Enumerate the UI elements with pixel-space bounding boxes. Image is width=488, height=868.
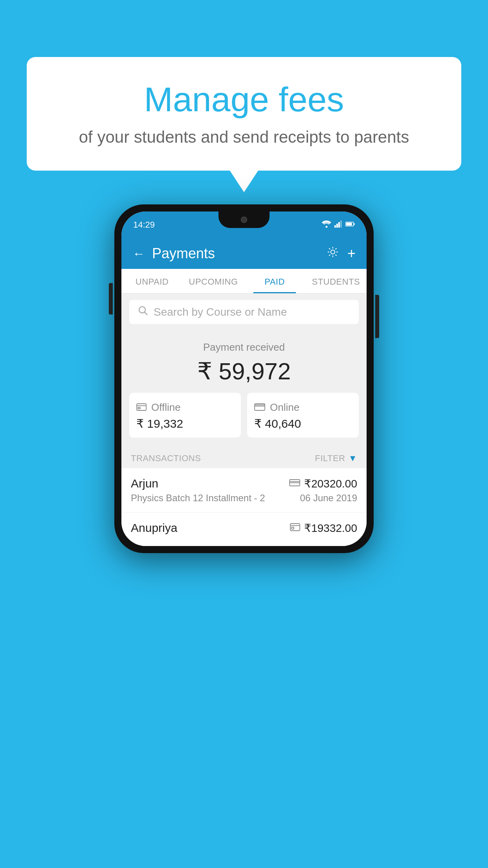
online-amount: ₹ 40,640 bbox=[254, 417, 352, 430]
filter-button[interactable]: FILTER ▼ bbox=[315, 453, 357, 463]
notch-cutout bbox=[218, 211, 270, 228]
tabs-bar: UNPAID UPCOMING PAID STUDENTS bbox=[121, 269, 367, 294]
transaction-amount: ₹20320.00 bbox=[304, 477, 357, 490]
svg-point-9 bbox=[139, 307, 145, 313]
transactions-list: Arjun ₹20320.00 bbox=[121, 468, 367, 546]
page-title: Payments bbox=[152, 245, 215, 262]
status-bar: 14:29 bbox=[121, 211, 367, 238]
svg-rect-1 bbox=[334, 225, 336, 228]
filter-label: FILTER bbox=[315, 453, 345, 463]
offline-amount: ₹ 19,332 bbox=[136, 417, 234, 430]
speech-bubble-wrapper: Manage fees of your students and send re… bbox=[27, 57, 461, 171]
speech-bubble: Manage fees of your students and send re… bbox=[27, 57, 461, 171]
transaction-course: Physics Batch 12 Installment - 2 bbox=[131, 493, 265, 504]
app-header: ← Payments + bbox=[121, 238, 367, 269]
tab-students[interactable]: STUDENTS bbox=[305, 269, 367, 293]
svg-point-8 bbox=[331, 250, 335, 254]
transaction-name: Anupriya bbox=[131, 521, 177, 535]
payment-summary: Payment received ₹ 59,972 bbox=[121, 330, 367, 447]
transaction-amount: ₹19332.00 bbox=[304, 522, 357, 535]
search-container: Search by Course or Name bbox=[121, 294, 367, 330]
online-label: Online bbox=[270, 401, 299, 414]
header-right: + bbox=[327, 245, 356, 262]
offline-card-header: Offline bbox=[136, 401, 234, 414]
svg-rect-22 bbox=[292, 527, 294, 529]
table-row[interactable]: Anupriya ₹19332.00 bbox=[121, 513, 367, 546]
transaction-row1: Arjun ₹20320.00 bbox=[131, 477, 357, 490]
transaction-row2: Physics Batch 12 Installment - 2 06 June… bbox=[131, 493, 357, 504]
transactions-header: TRANSACTIONS FILTER ▼ bbox=[121, 447, 367, 468]
card-payment-icon bbox=[289, 479, 300, 488]
transaction-amount-wrap: ₹20320.00 bbox=[289, 477, 357, 490]
offline-payment-card: Offline ₹ 19,332 bbox=[129, 393, 241, 438]
tab-upcoming[interactable]: UPCOMING bbox=[183, 269, 244, 293]
payment-received-label: Payment received bbox=[129, 341, 359, 353]
online-card-header: Online bbox=[254, 401, 352, 414]
svg-point-0 bbox=[326, 226, 328, 228]
back-button[interactable]: ← bbox=[132, 246, 145, 261]
status-time: 14:29 bbox=[133, 220, 155, 230]
payment-total-amount: ₹ 59,972 bbox=[129, 357, 359, 385]
search-input[interactable]: Search by Course or Name bbox=[154, 306, 287, 318]
transaction-name: Arjun bbox=[131, 477, 158, 490]
phone-screen: 14:29 bbox=[121, 211, 367, 546]
online-payment-card: Online ₹ 40,640 bbox=[247, 393, 359, 438]
svg-rect-7 bbox=[346, 223, 352, 226]
tab-unpaid[interactable]: UNPAID bbox=[121, 269, 183, 293]
offline-label: Offline bbox=[151, 401, 181, 414]
camera-dot bbox=[241, 217, 247, 223]
transaction-amount-wrap: ₹19332.00 bbox=[290, 522, 357, 535]
add-button[interactable]: + bbox=[347, 245, 356, 262]
svg-rect-3 bbox=[338, 222, 340, 228]
phone-frame: 14:29 bbox=[114, 204, 374, 553]
svg-rect-2 bbox=[336, 224, 338, 228]
svg-rect-6 bbox=[354, 223, 355, 225]
manage-fees-subtitle: of your students and send receipts to pa… bbox=[42, 126, 446, 149]
phone-device: 14:29 bbox=[114, 204, 374, 553]
status-icons bbox=[322, 221, 355, 229]
transactions-label: TRANSACTIONS bbox=[131, 453, 201, 463]
svg-rect-4 bbox=[340, 221, 342, 228]
settings-icon[interactable] bbox=[327, 246, 339, 261]
filter-icon: ▼ bbox=[349, 453, 357, 463]
offline-icon bbox=[136, 401, 147, 414]
cash-payment-icon bbox=[290, 523, 300, 533]
svg-line-10 bbox=[145, 312, 147, 315]
table-row[interactable]: Arjun ₹20320.00 bbox=[121, 468, 367, 513]
search-icon bbox=[138, 305, 148, 318]
transaction-date: 06 June 2019 bbox=[300, 493, 357, 504]
wifi-icon bbox=[322, 221, 331, 229]
manage-fees-title: Manage fees bbox=[42, 81, 446, 119]
transaction-row1: Anupriya ₹19332.00 bbox=[131, 521, 357, 535]
tab-paid[interactable]: PAID bbox=[244, 269, 305, 293]
battery-icon bbox=[345, 221, 355, 228]
svg-rect-13 bbox=[138, 407, 140, 409]
header-left: ← Payments bbox=[132, 245, 215, 262]
payment-cards: Offline ₹ 19,332 bbox=[129, 393, 359, 438]
online-icon bbox=[254, 401, 265, 414]
signal-icon bbox=[334, 221, 342, 229]
search-bar[interactable]: Search by Course or Name bbox=[129, 300, 359, 324]
